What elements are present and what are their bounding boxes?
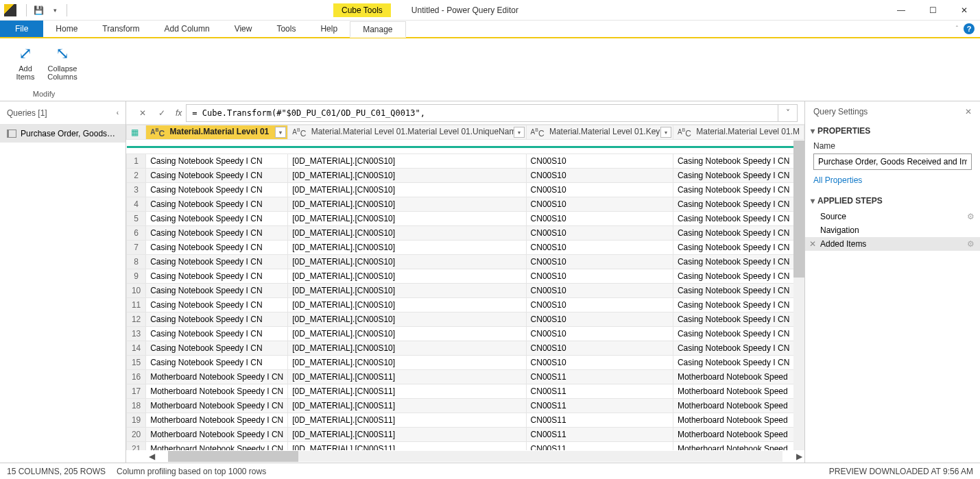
all-properties-link[interactable]: All Properties [805,174,980,192]
cell-unique-name[interactable]: [0D_MATERIAL].[CN00S11] [288,442,526,451]
cell-unique-name[interactable]: [0D_MATERIAL].[CN00S11] [288,428,526,442]
table-row[interactable]: 8Casing Notebook Speedy I CN[0D_MATERIAL… [127,255,804,269]
horizontal-scrollbar-thumb[interactable] [168,451,298,462]
cell-unique-name[interactable]: [0D_MATERIAL].[CN00S10] [288,284,526,298]
cell-key[interactable]: CN00S10 [526,341,673,356]
collapse-pane-icon[interactable]: ‹ [117,109,119,116]
table-row[interactable]: 9Casing Notebook Speedy I CN[0D_MATERIAL… [127,269,804,284]
chevron-down-icon[interactable] [811,126,815,136]
cell-key[interactable]: CN00S10 [526,269,673,284]
cell-material-m[interactable]: Motherboard Notebook Speed [673,442,804,451]
table-row[interactable]: 1Casing Notebook Speedy I CN[0D_MATERIAL… [127,154,804,169]
cell-material-m[interactable]: Motherboard Notebook Speed [673,413,804,428]
cell-unique-name[interactable]: [0D_MATERIAL].[CN00S10] [288,197,526,212]
cell-unique-name[interactable]: [0D_MATERIAL].[CN00S10] [288,212,526,226]
cell-unique-name[interactable]: [0D_MATERIAL].[CN00S10] [288,255,526,269]
cell-unique-name[interactable]: [0D_MATERIAL].[CN00S10] [288,298,526,312]
cell-material-m[interactable]: Casing Notebook Speedy I CN [673,154,804,169]
table-row[interactable]: 15Casing Notebook Speedy I CN[0D_MATERIA… [127,356,804,370]
cell-key[interactable]: CN00S10 [526,255,673,269]
cell-unique-name[interactable]: [0D_MATERIAL].[CN00S11] [288,370,526,384]
cell-key[interactable]: CN00S11 [526,370,673,384]
table-row[interactable]: 4Casing Notebook Speedy I CN[0D_MATERIAL… [127,197,804,212]
cell-key[interactable]: CN00S10 [526,197,673,212]
cell-material-m[interactable]: Casing Notebook Speedy I CN [673,341,804,356]
cell-material-level[interactable]: Motherboard Notebook Speedy I CN [146,428,288,442]
vertical-scrollbar-thumb[interactable] [793,140,804,278]
table-row[interactable]: 12Casing Notebook Speedy I CN[0D_MATERIA… [127,312,804,327]
cell-material-level[interactable]: Casing Notebook Speedy I CN [146,327,288,341]
cell-material-m[interactable]: Casing Notebook Speedy I CN [673,169,804,183]
cell-unique-name[interactable]: [0D_MATERIAL].[CN00S10] [288,341,526,356]
qat-dropdown-icon[interactable]: ▾ [47,3,62,18]
table-row[interactable]: 10Casing Notebook Speedy I CN[0D_MATERIA… [127,284,804,298]
column-header-key[interactable]: ABC Material.Material Level 01.Key ▾ [526,125,673,140]
cell-material-level[interactable]: Casing Notebook Speedy I CN [146,197,288,212]
step-added-items[interactable]: ✕ Added Items ⚙ [805,237,980,251]
expand-formula-icon[interactable]: ˅ [778,104,798,122]
column-header-unique-name[interactable]: ABC Material.Material Level 01.Material … [288,125,526,140]
cell-key[interactable]: CN00S10 [526,154,673,169]
cell-material-level[interactable]: Casing Notebook Speedy I CN [146,226,288,241]
table-row[interactable]: 2Casing Notebook Speedy I CN[0D_MATERIAL… [127,169,804,183]
cell-material-m[interactable]: Casing Notebook Speedy I CN [673,269,804,284]
cell-key[interactable]: CN00S10 [526,284,673,298]
table-row[interactable]: 11Casing Notebook Speedy I CN[0D_MATERIA… [127,298,804,312]
table-row[interactable]: 18Motherboard Notebook Speedy I CN[0D_MA… [127,399,804,413]
close-button[interactable]: ✕ [948,0,980,21]
tab-add-column[interactable]: Add Column [152,21,222,37]
cell-key[interactable]: CN00S10 [526,183,673,197]
cell-unique-name[interactable]: [0D_MATERIAL].[CN00S10] [288,241,526,255]
collapse-columns-button[interactable]: ⤡ Collapse Columns [45,41,80,90]
cell-unique-name[interactable]: [0D_MATERIAL].[CN00S11] [288,413,526,428]
tab-file[interactable]: File [0,21,43,37]
cell-material-m[interactable]: Casing Notebook Speedy I CN [673,183,804,197]
scroll-left-icon[interactable]: ◀ [146,451,157,462]
table-row[interactable]: 3Casing Notebook Speedy I CN[0D_MATERIAL… [127,183,804,197]
column-header-material-level[interactable]: ABC Material.Material Level 01 ▾ [146,125,288,140]
cell-material-m[interactable]: Motherboard Notebook Speed [673,428,804,442]
cell-material-level[interactable]: Casing Notebook Speedy I CN [146,341,288,356]
cell-key[interactable]: CN00S10 [526,212,673,226]
cell-material-level[interactable]: Casing Notebook Speedy I CN [146,183,288,197]
cell-material-level[interactable]: Casing Notebook Speedy I CN [146,312,288,327]
cell-unique-name[interactable]: [0D_MATERIAL].[CN00S11] [288,399,526,413]
tab-tools[interactable]: Tools [264,21,308,37]
tab-home[interactable]: Home [43,21,90,37]
cell-unique-name[interactable]: [0D_MATERIAL].[CN00S11] [288,384,526,399]
cell-key[interactable]: CN00S10 [526,312,673,327]
horizontal-scrollbar-track[interactable] [168,451,782,462]
cell-key[interactable]: CN00S11 [526,399,673,413]
table-row[interactable]: 7Casing Notebook Speedy I CN[0D_MATERIAL… [127,241,804,255]
cell-material-level[interactable]: Casing Notebook Speedy I CN [146,169,288,183]
cell-material-m[interactable]: Casing Notebook Speedy I CN [673,212,804,226]
cell-key[interactable]: CN00S10 [526,356,673,370]
cell-material-m[interactable]: Motherboard Notebook Speed [673,370,804,384]
add-items-button[interactable]: ⤢ Add Items [8,41,43,90]
step-source[interactable]: Source ⚙ [805,210,980,223]
cell-unique-name[interactable]: [0D_MATERIAL].[CN00S10] [288,269,526,284]
cell-material-m[interactable]: Casing Notebook Speedy I CN [673,298,804,312]
gear-icon[interactable]: ⚙ [967,212,975,221]
cell-material-m[interactable]: Casing Notebook Speedy I CN [673,356,804,370]
cell-unique-name[interactable]: [0D_MATERIAL].[CN00S10] [288,327,526,341]
cell-material-m[interactable]: Motherboard Notebook Speed [673,399,804,413]
column-filter-icon[interactable]: ▾ [275,127,286,138]
cell-unique-name[interactable]: [0D_MATERIAL].[CN00S10] [288,154,526,169]
cell-key[interactable]: CN00S11 [526,384,673,399]
cell-material-m[interactable]: Casing Notebook Speedy I CN [673,197,804,212]
cell-key[interactable]: CN00S11 [526,428,673,442]
cell-material-level[interactable]: Motherboard Notebook Speedy I CN [146,384,288,399]
cancel-formula-icon[interactable]: ✕ [133,104,152,122]
table-row[interactable]: 20Motherboard Notebook Speedy I CN[0D_MA… [127,428,804,442]
table-row[interactable]: 5Casing Notebook Speedy I CN[0D_MATERIAL… [127,212,804,226]
cell-material-level[interactable]: Casing Notebook Speedy I CN [146,154,288,169]
delete-step-icon[interactable]: ✕ [809,239,816,249]
vertical-scrollbar[interactable] [793,140,804,450]
cell-key[interactable]: CN00S11 [526,413,673,428]
tab-transform[interactable]: Transform [90,21,152,37]
cell-key[interactable]: CN00S10 [526,226,673,241]
cell-key[interactable]: CN00S11 [526,442,673,451]
column-filter-icon[interactable]: ▾ [514,127,525,138]
cell-key[interactable]: CN00S10 [526,327,673,341]
